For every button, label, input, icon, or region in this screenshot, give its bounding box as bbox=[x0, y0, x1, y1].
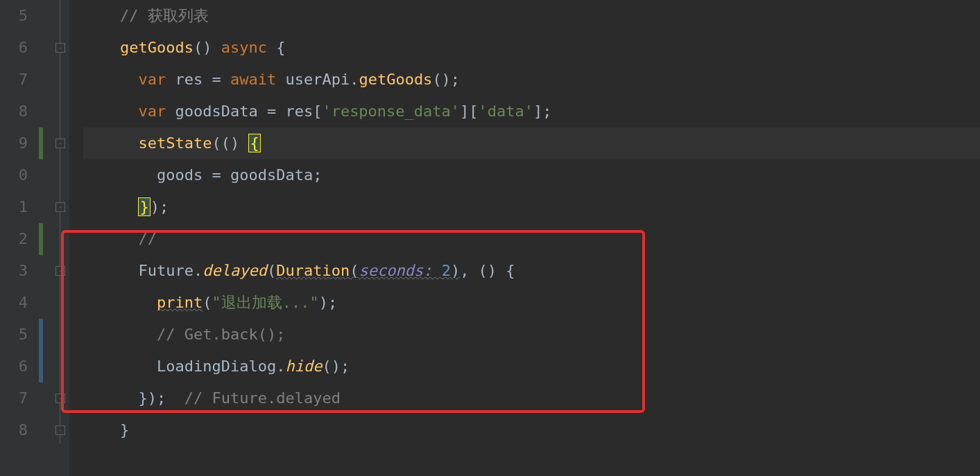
line-number: 1 bbox=[0, 191, 28, 223]
code-line[interactable]: var goodsData = res['response_data']['da… bbox=[83, 96, 980, 127]
code-line[interactable]: getGoods() async { bbox=[83, 32, 980, 64]
line-number: 6 bbox=[0, 32, 28, 64]
line-number: 5 bbox=[0, 319, 28, 351]
fold-guide bbox=[60, 0, 60, 443]
fold-column: - - - - - - bbox=[33, 0, 69, 476]
code-line[interactable]: var res = await userApi.getGoods(); bbox=[83, 64, 980, 96]
line-number: 8 bbox=[0, 96, 28, 127]
code-area[interactable]: // 获取列表 getGoods() async { var res = awa… bbox=[69, 0, 980, 476]
code-editor[interactable]: 5 6 7 8 9 0 1 2 3 4 5 6 7 8 - - - - - - … bbox=[0, 0, 980, 476]
warning-underline: print bbox=[157, 294, 203, 311]
fold-close-icon[interactable]: - bbox=[55, 425, 65, 435]
comment: // bbox=[120, 7, 148, 24]
code-line[interactable]: // 获取列表 bbox=[83, 0, 980, 32]
code-line[interactable]: // bbox=[83, 223, 980, 255]
warning-underline: Duration bbox=[276, 262, 350, 279]
brace-match: } bbox=[138, 197, 150, 216]
fold-toggle-icon[interactable]: - bbox=[55, 266, 65, 276]
brace-match: { bbox=[248, 134, 260, 152]
fold-toggle-icon[interactable]: - bbox=[55, 139, 65, 148]
line-number: 2 bbox=[0, 223, 28, 255]
vcs-change-marker bbox=[39, 319, 43, 382]
code-line[interactable]: Future.delayed(Duration(seconds: 2), () … bbox=[83, 255, 980, 287]
code-line[interactable]: }); // Future.delayed bbox=[83, 382, 980, 414]
vcs-change-marker bbox=[39, 127, 43, 159]
vcs-change-marker bbox=[39, 223, 43, 255]
line-number: 8 bbox=[0, 414, 28, 446]
line-number: 0 bbox=[0, 159, 28, 191]
line-number: 3 bbox=[0, 255, 28, 287]
code-line[interactable]: print("退出加载..."); bbox=[83, 287, 980, 319]
function-decl: getGoods bbox=[120, 39, 194, 56]
comment-text: 获取列表 bbox=[148, 7, 209, 24]
code-line[interactable]: } bbox=[83, 414, 980, 446]
line-number: 5 bbox=[0, 0, 28, 32]
code-line[interactable]: // Get.back(); bbox=[83, 319, 980, 351]
code-line[interactable]: goods = goodsData; bbox=[83, 159, 980, 191]
keyword-async: async bbox=[221, 39, 267, 56]
line-number: 7 bbox=[0, 64, 28, 96]
line-number: 9 bbox=[0, 127, 28, 159]
code-line-current[interactable]: setState(() { bbox=[83, 127, 980, 159]
line-number: 6 bbox=[0, 351, 28, 382]
fold-toggle-icon[interactable]: - bbox=[55, 43, 65, 53]
line-number-gutter: 5 6 7 8 9 0 1 2 3 4 5 6 7 8 bbox=[0, 0, 33, 476]
fold-close-icon[interactable]: - bbox=[55, 394, 65, 403]
line-number: 4 bbox=[0, 287, 28, 319]
fold-close-icon[interactable]: - bbox=[55, 202, 65, 212]
code-line[interactable]: LoadingDialog.hide(); bbox=[83, 351, 980, 382]
code-line[interactable]: }); bbox=[83, 191, 980, 223]
closing-label: // Future.delayed bbox=[184, 389, 341, 407]
line-number: 7 bbox=[0, 382, 28, 414]
